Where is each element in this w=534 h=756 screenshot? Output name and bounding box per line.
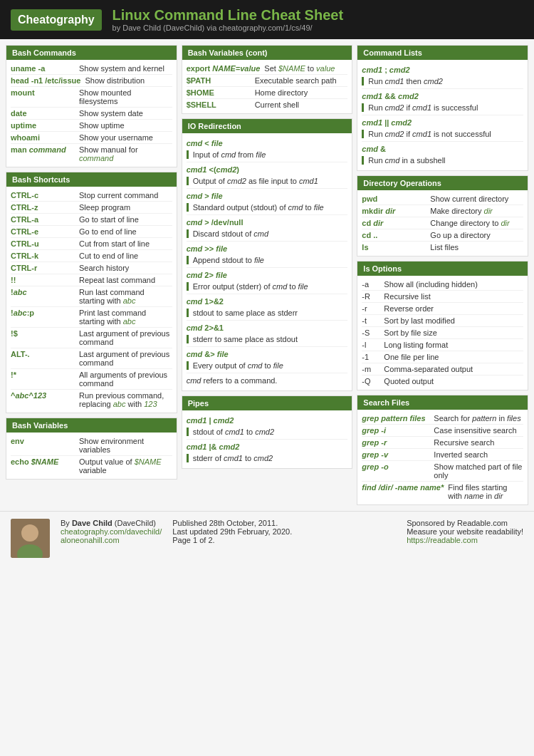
cl-cmd: cmd1 || cmd2: [362, 117, 523, 128]
cmd-desc: Show environment variables: [79, 437, 172, 454]
cmd-key: export NAME=value: [187, 64, 261, 73]
directory-operations-body: pwd Show current directory mkdir dir Mak…: [357, 190, 528, 256]
search-files-header: Search Files: [357, 395, 528, 410]
sponsor-text: Sponsored by Readable.com: [407, 519, 523, 527]
author-avatar: [11, 519, 50, 558]
cmd-list-block: cmd & Run cmd in a subshell: [362, 142, 523, 167]
search-row: grep pattern files Search for pattern in…: [362, 413, 523, 425]
cl-desc: Run cmd2 if cmd1 is not successful: [362, 130, 523, 138]
search-desc: Search for pattern in files: [434, 414, 523, 423]
sponsor-url[interactable]: https://readable.com: [407, 536, 478, 544]
cmd-row: export NAME=value Set $NAME to value: [187, 63, 348, 75]
cmd-list-block: cmd1 && cmd2 Run cmd2 if cmd1 is success…: [362, 89, 523, 115]
cmd-desc: Executable search path: [255, 76, 348, 85]
cmd-desc: Last argument of previous command: [79, 329, 172, 346]
search-key: grep pattern files: [362, 414, 429, 423]
io-desc: stdout to same place as stderr: [187, 309, 348, 317]
cmd-row: !! Repeat last command: [11, 274, 172, 286]
bash-shortcuts-body: CTRL-c Stop current command CTRL-z Sleep…: [6, 187, 177, 413]
cmd-row: !abc Run last command starting with abc: [11, 286, 172, 307]
cmd-row: $HOME Home directory: [187, 87, 348, 99]
cmd-desc: Show current directory: [430, 195, 523, 203]
cmd-desc: Home directory: [255, 88, 348, 97]
search-files-body: grep pattern files Search for pattern in…: [357, 410, 528, 504]
cmd-desc: Show your username: [79, 133, 172, 142]
ls-options-body: -a Show all (including hidden) -R Recurs…: [357, 276, 528, 390]
col-1: Bash Commands uname -a Show system and k…: [6, 45, 177, 505]
pipes-block: cmd1 |& cmd2 stderr of cmd1 to cmd2: [187, 440, 348, 465]
io-cmd: cmd > /dev/null: [187, 217, 348, 228]
cmd-row: mount Show mounted filesystems: [11, 87, 172, 108]
search-key: grep -i: [362, 426, 429, 435]
cmd-key: uptime: [11, 121, 75, 130]
footer-info: Published 28th October, 2011. Last updat…: [172, 519, 396, 544]
ls-row: -Q Quoted output: [362, 376, 523, 387]
cmd-key: echo $NAME: [11, 457, 75, 466]
cmd-desc: Search history: [79, 264, 172, 272]
cmd-key: ls: [362, 243, 426, 252]
ls-row: -S Sort by file size: [362, 327, 523, 339]
cmd-desc: Go to start of line: [79, 215, 172, 224]
cmd-key: uname -a: [11, 64, 75, 73]
cmd-key: mkdir dir: [362, 207, 426, 215]
command-lists-section: Command Lists cmd1 ; cmd2 Run cmd1 then …: [357, 45, 528, 171]
cmd-row: pwd Show current directory: [362, 193, 523, 205]
cmd-row: man command Show manual for command: [11, 144, 172, 164]
search-desc: Find files starting with name in dir: [448, 483, 523, 500]
io-block: cmd < file Input of cmd from file: [187, 136, 348, 162]
search-key: grep -r: [362, 438, 429, 447]
col-2: Bash Variables (cont) export NAME=value …: [182, 45, 353, 505]
header: Cheatography Linux Command Line Cheat Sh…: [0, 0, 534, 39]
io-desc: Every output of cmd to file: [187, 361, 348, 370]
io-cmd: cmd >> file: [187, 243, 348, 254]
ls-row: -m Comma-separated output: [362, 363, 523, 376]
ls-row: -l Long listing format: [362, 339, 523, 351]
cmd-row: !abc:p Print last command starting with …: [11, 307, 172, 328]
cmd-row: CTRL-c Stop current command: [11, 190, 172, 202]
col-3: Command Lists cmd1 ; cmd2 Run cmd1 then …: [357, 45, 528, 505]
footer-author: By Dave Child (DaveChild) cheatography.c…: [61, 519, 162, 544]
pipe-cmd: cmd1 |& cmd2: [187, 441, 348, 452]
ls-flag: -1: [362, 353, 379, 361]
cmd-desc: Show system and kernel: [79, 64, 172, 73]
io-cmd: cmd < file: [187, 138, 348, 149]
ls-options-header: ls Options: [357, 262, 528, 276]
cl-cmd: cmd1 ; cmd2: [362, 64, 523, 76]
ls-flag: -R: [362, 292, 379, 301]
io-cmd: cmd > file: [187, 190, 348, 202]
ls-row: -t Sort by last modified: [362, 315, 523, 327]
cmd-desc: Cut to end of line: [79, 252, 172, 260]
cmd-desc: Current shell: [255, 100, 348, 109]
ls-row: -1 One file per line: [362, 351, 523, 363]
io-cmd: cmd &> file: [187, 348, 348, 360]
ls-row: -a Show all (including hidden): [362, 279, 523, 291]
bash-variables-header: Bash Variables: [6, 418, 177, 433]
cmd-desc: Stop current command: [79, 191, 172, 200]
svg-point-1: [21, 524, 38, 542]
cmd-row: head -n1 /etc/issue Show distribution: [11, 75, 172, 87]
ls-row: -r Reverse order: [362, 303, 523, 315]
command-lists-header: Command Lists: [357, 46, 528, 60]
cmd-key: ^abc^123: [11, 391, 75, 400]
sponsor-desc: Measure your website readability!: [407, 527, 523, 536]
ls-desc: Show all (including hidden): [384, 280, 477, 289]
search-key: grep -o: [362, 462, 429, 471]
cmd-desc: Show system date: [79, 109, 172, 118]
ls-desc: Quoted output: [384, 377, 434, 385]
cmd-row: CTRL-k Cut to end of line: [11, 250, 172, 262]
cmd-key: CTRL-e: [11, 227, 75, 236]
search-key: find /dir/ -name name*: [362, 483, 444, 492]
cmd-key: !*: [11, 371, 75, 379]
page-title: Linux Command Line Cheat Sheet: [112, 7, 343, 24]
cmd-row: CTRL-a Go to start of line: [11, 214, 172, 226]
author-website2[interactable]: aloneonahill.com: [61, 536, 120, 544]
cmd-key: CTRL-c: [11, 191, 75, 200]
author-website1[interactable]: cheatography.com/davechild/: [61, 527, 162, 536]
author-name: Dave Child: [72, 519, 112, 527]
cmd-key: CTRL-z: [11, 203, 75, 212]
cmd-key: $HOME: [187, 88, 251, 97]
io-desc: Input of cmd from file: [187, 150, 348, 159]
io-block: cmd 1>&2 stdout to same place as stderr: [187, 294, 348, 321]
header-text: Linux Command Line Cheat Sheet by Dave C…: [112, 7, 343, 32]
cmd-desc: Change directory to dir: [430, 219, 523, 227]
